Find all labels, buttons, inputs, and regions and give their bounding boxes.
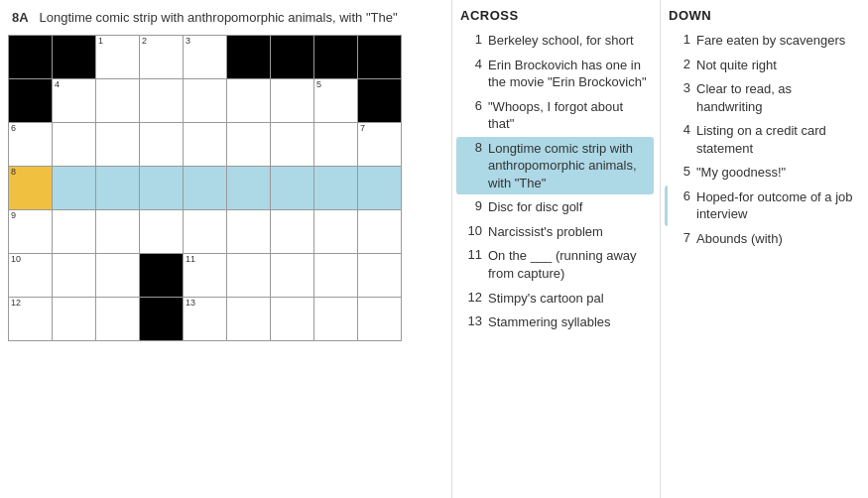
grid-cell[interactable] <box>358 79 402 123</box>
across-clue-item[interactable]: 11On the ___ (running away from capture) <box>456 244 654 285</box>
grid-cell[interactable] <box>53 254 96 298</box>
grid-cell[interactable] <box>96 298 140 341</box>
grid-cell[interactable] <box>227 254 271 298</box>
grid-cell[interactable]: 7 <box>358 123 402 167</box>
clue-text: Hoped-for outcome of a job interview <box>696 188 858 223</box>
clue-text: Narcissist's problem <box>488 223 603 241</box>
grid-cell[interactable] <box>271 254 314 298</box>
grid-cell[interactable] <box>96 167 140 210</box>
down-clue-item[interactable]: 2Not quite right <box>665 54 862 77</box>
grid-cell[interactable] <box>314 36 358 79</box>
grid-cell[interactable]: 8 <box>9 167 53 210</box>
grid-cell[interactable] <box>140 298 184 341</box>
crossword-grid: 12345678910111213 <box>8 35 402 341</box>
grid-cell[interactable] <box>271 298 314 341</box>
grid-cell[interactable] <box>53 36 96 79</box>
across-clues-list[interactable]: 1Berkeley school, for short4Erin Brockov… <box>456 29 656 490</box>
across-clue-item[interactable]: 8Longtime comic strip with anthropomorph… <box>456 137 654 195</box>
grid-cell[interactable] <box>184 123 227 167</box>
grid-cell[interactable] <box>314 123 358 167</box>
grid-cell[interactable]: 12 <box>9 298 53 341</box>
grid-cell[interactable] <box>96 210 140 254</box>
grid-cell[interactable] <box>140 167 184 210</box>
grid-cell[interactable]: 10 <box>9 254 53 298</box>
across-clue-item[interactable]: 6"Whoops, I forgot about that" <box>456 95 654 136</box>
grid-cell[interactable] <box>314 210 358 254</box>
clue-text: Listing on a credit card statement <box>696 122 858 157</box>
down-clue-item[interactable]: 7Abounds (with) <box>665 227 862 251</box>
across-clue-item[interactable]: 13Stammering syllables <box>456 311 654 334</box>
grid-cell[interactable] <box>53 210 96 254</box>
grid-cell[interactable] <box>184 167 227 210</box>
grid-cell[interactable]: 2 <box>140 36 184 79</box>
down-clue-item[interactable]: 6Hoped-for outcome of a job interview <box>665 186 862 226</box>
grid-cell[interactable] <box>271 36 314 79</box>
down-clues-list[interactable]: 1Fare eaten by scavengers2Not quite righ… <box>665 29 864 490</box>
grid-cell[interactable]: 3 <box>184 36 227 79</box>
grid-cell[interactable] <box>271 79 314 123</box>
grid-cell[interactable] <box>96 79 140 123</box>
across-clue-item[interactable]: 12Stimpy's cartoon pal <box>456 287 654 311</box>
clue-text: Longtime comic strip with anthropomorphi… <box>488 140 650 192</box>
grid-cell[interactable] <box>140 210 184 254</box>
grid-cell[interactable] <box>140 123 184 167</box>
grid-cell[interactable]: 11 <box>184 254 227 298</box>
grid-cell[interactable] <box>53 167 96 210</box>
across-clue-item[interactable]: 4Erin Brockovich has one in the movie "E… <box>456 54 654 94</box>
grid-cell[interactable] <box>358 167 402 210</box>
grid-cell[interactable] <box>227 298 271 341</box>
down-clue-item[interactable]: 3Clear to read, as handwriting <box>665 77 862 118</box>
grid-cell[interactable] <box>271 167 314 210</box>
down-clue-item[interactable]: 1Fare eaten by scavengers <box>665 29 862 53</box>
across-clue-item[interactable]: 10Narcissist's problem <box>456 220 654 244</box>
across-clue-item[interactable]: 1Berkeley school, for short <box>456 29 654 53</box>
clue-text: Stimpy's cartoon pal <box>488 290 604 308</box>
clue-number: 12 <box>460 290 482 308</box>
grid-cell[interactable] <box>358 36 402 79</box>
clue-number: 11 <box>460 247 482 282</box>
grid-cell[interactable]: 6 <box>9 123 53 167</box>
grid-cell[interactable] <box>53 123 96 167</box>
down-clue-item[interactable]: 4Listing on a credit card statement <box>665 119 862 160</box>
grid-cell[interactable] <box>227 210 271 254</box>
grid-cell[interactable] <box>314 167 358 210</box>
grid-cell[interactable] <box>314 298 358 341</box>
clue-number: 6 <box>669 188 690 223</box>
grid-cell[interactable] <box>271 123 314 167</box>
down-clue-item[interactable]: 5"My goodness!" <box>665 161 862 185</box>
grid-cell[interactable]: 9 <box>9 210 53 254</box>
grid-cell[interactable] <box>140 254 184 298</box>
grid-cell[interactable]: 4 <box>53 79 96 123</box>
clue-number: 7 <box>669 230 690 248</box>
grid-cell[interactable] <box>184 79 227 123</box>
grid-cell[interactable] <box>227 167 271 210</box>
clue-text: Clear to read, as handwriting <box>696 80 858 115</box>
active-clue-header: 8A Longtime comic strip with anthropomor… <box>8 8 443 27</box>
grid-cell[interactable] <box>227 36 271 79</box>
grid-cell[interactable]: 1 <box>96 36 140 79</box>
grid-cell[interactable] <box>227 123 271 167</box>
clue-text: Abounds (with) <box>696 230 783 248</box>
grid-cell[interactable] <box>358 210 402 254</box>
across-clue-item[interactable]: 9Disc for disc golf <box>456 195 654 219</box>
clue-text: Stammering syllables <box>488 313 611 331</box>
down-section: DOWN 1Fare eaten by scavengers2Not quite… <box>661 0 868 498</box>
grid-cell[interactable] <box>184 210 227 254</box>
clue-number: 13 <box>460 313 482 331</box>
grid-cell[interactable]: 13 <box>184 298 227 341</box>
grid-cell[interactable] <box>358 298 402 341</box>
grid-cell[interactable] <box>314 254 358 298</box>
grid-cell[interactable] <box>96 123 140 167</box>
grid-cell[interactable] <box>96 254 140 298</box>
grid-cell[interactable] <box>227 79 271 123</box>
across-section: ACROSS 1Berkeley school, for short4Erin … <box>452 0 660 498</box>
grid-cell[interactable] <box>9 79 53 123</box>
grid-cell[interactable]: 5 <box>314 79 358 123</box>
grid-cell[interactable] <box>9 36 53 79</box>
clue-text: Erin Brockovich has one in the movie "Er… <box>488 57 650 91</box>
grid-cell[interactable] <box>53 298 96 341</box>
grid-cell[interactable] <box>140 79 184 123</box>
grid-cell[interactable] <box>271 210 314 254</box>
right-panel: ACROSS 1Berkeley school, for short4Erin … <box>451 0 868 498</box>
grid-cell[interactable] <box>358 254 402 298</box>
